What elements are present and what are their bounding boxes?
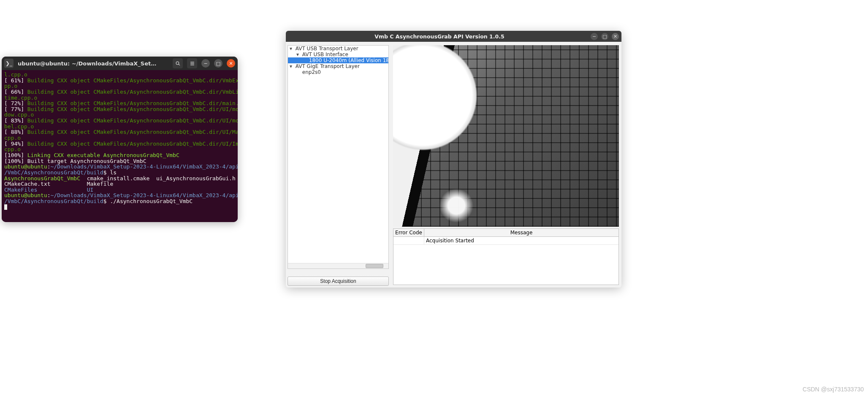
terminal-body[interactable]: l.cpp.o [ 61%] Building CXX object CMake… [2,70,238,222]
close-button[interactable]: ✕ [612,33,619,40]
maximize-button[interactable]: □ [601,33,608,40]
app-titlebar[interactable]: Vmb C AsynchronousGrab API Version 1.0.5… [286,31,621,42]
terminal-titlebar[interactable]: ❯_ ubuntu@ubuntu: ~/Downloads/VimbaX_Set… [2,57,238,70]
minimize-button[interactable]: ─ [201,59,210,68]
terminal-title: ubuntu@ubuntu: ~/Downloads/VimbaX_Setup-… [18,60,157,67]
hamburger-icon[interactable] [187,58,197,68]
horizontal-scrollbar[interactable] [288,263,388,269]
app-title: Vmb C AsynchronousGrab API Version 1.0.5 [288,33,591,40]
app-window: Vmb C AsynchronousGrab API Version 1.0.5… [286,31,621,288]
camera-view [393,45,619,227]
svg-line-1 [178,64,179,65]
right-panel: Error Code Message Acquisition Started [391,42,621,288]
watermark: CSDN @sxj731533730 [803,386,864,393]
search-icon[interactable] [173,58,183,68]
tree-item[interactable]: 1800 U-2040m (Allied Vision 1800 U [288,57,388,63]
column-header-message[interactable]: Message [424,229,618,236]
terminal-window: ❯_ ubuntu@ubuntu: ~/Downloads/VimbaX_Set… [2,57,238,222]
minimize-button[interactable]: ─ [591,33,598,40]
left-panel: ▾ AVT USB Transport Layer▾ AVT USB Inter… [286,42,391,288]
close-button[interactable]: ✕ [227,59,235,68]
column-header-error[interactable]: Error Code [393,229,424,236]
tree-item[interactable]: enp2s0 [288,69,388,75]
tree-item[interactable]: ▾ AVT USB Interface [288,52,388,57]
maximize-button[interactable]: □ [214,59,222,68]
stop-acquisition-button[interactable]: Stop Acquisition [288,277,389,286]
svg-point-0 [176,62,179,65]
table-row: Acquisition Started [393,237,618,245]
tree-item[interactable]: ▾ AVT GigE Transport Layer [288,63,388,69]
message-table: Error Code Message Acquisition Started [393,228,619,285]
tree-item[interactable]: ▾ AVT USB Transport Layer [288,46,388,52]
terminal-icon: ❯_ [4,59,14,68]
device-tree[interactable]: ▾ AVT USB Transport Layer▾ AVT USB Inter… [288,45,389,269]
